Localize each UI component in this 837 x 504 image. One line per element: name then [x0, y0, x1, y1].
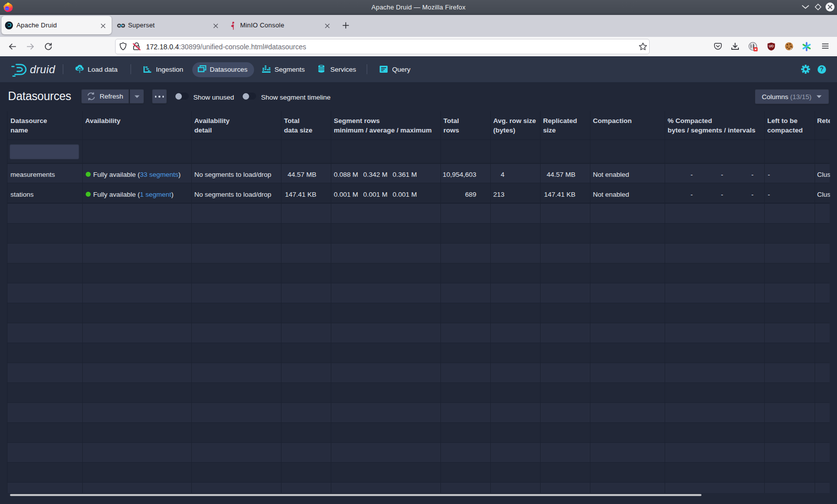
svg-text:UO: UO	[769, 44, 774, 48]
